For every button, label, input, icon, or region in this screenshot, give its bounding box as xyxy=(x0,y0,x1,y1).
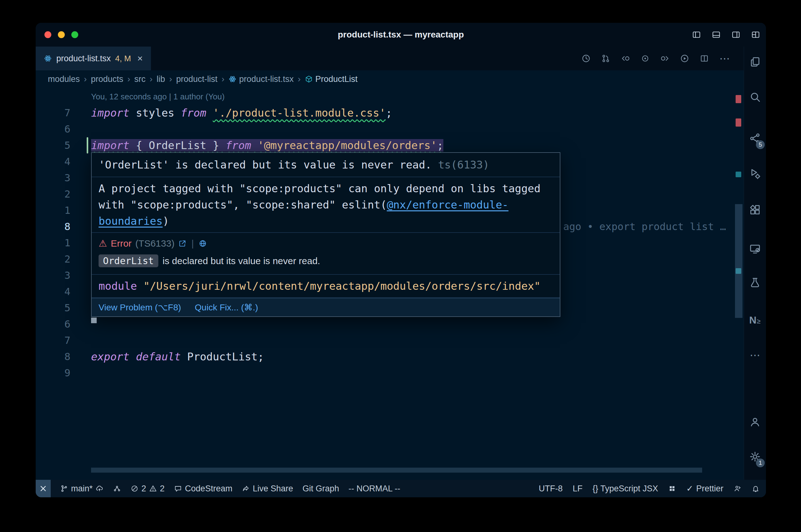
explorer-copy-files-icon[interactable] xyxy=(749,56,761,68)
code-viewport[interactable]: 7 6 5 4 3 2 1 8 1 2 3 4 5 6 7 8 9 You, 1… xyxy=(36,88,744,480)
live-share-status[interactable]: Live Share xyxy=(242,484,293,494)
git-compare-icon[interactable] xyxy=(601,54,611,63)
hover-diagnostic-popup: 'OrderList' is declared but its value is… xyxy=(91,152,560,317)
record-circle-icon[interactable] xyxy=(640,54,650,63)
activity-bar: 5 N≥ ⋯ 1 xyxy=(744,46,766,480)
more-views-icon[interactable]: ⋯ xyxy=(750,350,760,360)
grid-status-icon[interactable] xyxy=(668,484,676,493)
git-branch-status[interactable]: main* xyxy=(60,484,104,494)
line-number[interactable]: 4 xyxy=(41,284,70,300)
line-number[interactable]: 3 xyxy=(41,170,70,186)
remote-explorer-icon[interactable] xyxy=(749,243,761,255)
line-number[interactable]: 7 xyxy=(41,105,70,121)
code-line-import-orderlist[interactable]: import { OrderList } from '@myreactapp/m… xyxy=(91,137,443,153)
warning-count: 2 xyxy=(160,484,165,494)
breadcrumb-item-src[interactable]: src xyxy=(134,74,145,84)
extensions-icon[interactable] xyxy=(749,204,761,216)
current-line-number[interactable]: 8 xyxy=(41,218,70,235)
chevron-right-icon: › xyxy=(169,74,172,84)
symbol-description: is declared but its value is never read. xyxy=(163,256,321,266)
nav-back-circle-icon[interactable] xyxy=(621,54,630,63)
title-bar: product-list.tsx — myreactapp xyxy=(36,23,766,46)
view-problem-link[interactable]: View Problem (⌥F8) xyxy=(98,302,181,312)
react-file-icon xyxy=(229,75,237,83)
notifications-bell-icon[interactable] xyxy=(751,484,760,493)
open-external-icon[interactable] xyxy=(178,240,186,248)
vscode-window: product-list.tsx — myreactapp product xyxy=(36,23,766,497)
tab-strip: product-list.tsx 4, M × ⋯ xyxy=(36,46,744,70)
customize-layout-icon[interactable] xyxy=(751,30,760,39)
encoding-status[interactable]: UTF-8 xyxy=(539,484,563,494)
run-gear-icon[interactable] xyxy=(749,167,761,180)
account-icon[interactable] xyxy=(749,416,761,428)
live-share-session-icon[interactable] xyxy=(733,484,742,493)
share-arrow-icon xyxy=(242,484,250,493)
line-number[interactable]: 9 xyxy=(41,365,70,381)
more-actions-icon[interactable]: ⋯ xyxy=(719,54,730,63)
line-number[interactable]: 4 xyxy=(41,153,70,170)
remote-indicator-button[interactable] xyxy=(36,480,51,497)
line-number[interactable]: 2 xyxy=(41,186,70,202)
run-file-icon[interactable] xyxy=(680,54,689,63)
breadcrumb-item-modules[interactable]: modules xyxy=(48,74,80,84)
breadcrumb-item-lib[interactable]: lib xyxy=(157,74,165,84)
line-number[interactable]: 1 xyxy=(41,202,70,218)
overview-ruler-error-mark xyxy=(735,95,741,103)
testing-flask-icon[interactable] xyxy=(749,276,761,289)
breadcrumb-item-products[interactable]: products xyxy=(91,74,123,84)
toggle-primary-sidebar-icon[interactable] xyxy=(692,30,701,39)
nav-forward-circle-icon[interactable] xyxy=(660,54,670,63)
tab-label: product-list.tsx xyxy=(56,54,111,63)
error-label: Error xyxy=(111,238,132,249)
line-number[interactable]: 3 xyxy=(41,267,70,284)
comment-bubble-icon xyxy=(174,484,182,493)
git-graph-status-icon[interactable] xyxy=(113,484,121,493)
quick-fix-link[interactable]: Quick Fix... (⌘.) xyxy=(195,302,258,312)
language-mode-status[interactable]: {} TypeScript JSX xyxy=(593,484,658,494)
vertical-scrollbar[interactable] xyxy=(735,204,743,318)
horizontal-scrollbar[interactable] xyxy=(91,468,702,473)
editor-area: product-list.tsx 4, M × ⋯ modules xyxy=(36,46,744,480)
codestream-status[interactable]: CodeStream xyxy=(174,484,233,494)
window-title: product-list.tsx — myreactapp xyxy=(36,23,766,46)
vim-mode-status[interactable]: -- NORMAL -- xyxy=(349,484,400,494)
settings-badge: 1 xyxy=(756,459,765,467)
git-graph-status[interactable]: Git Graph xyxy=(303,484,339,494)
line-number[interactable]: 2 xyxy=(41,251,70,267)
problems-status[interactable]: 2 2 xyxy=(130,484,165,494)
toggle-secondary-sidebar-icon[interactable] xyxy=(731,30,741,39)
line-number[interactable]: 5 xyxy=(41,137,70,153)
crossed-tools-icon xyxy=(39,484,47,493)
gitlens-authors-lens[interactable]: You, 12 seconds ago | 1 author (You) xyxy=(91,89,225,105)
tab-product-list[interactable]: product-list.tsx 4, M × xyxy=(36,46,151,70)
code-line-export-default[interactable]: export default ProductList; xyxy=(91,348,264,365)
line-number[interactable]: 7 xyxy=(41,332,70,348)
popup-resize-grip[interactable] xyxy=(91,318,97,323)
overview-ruler-error-mark xyxy=(735,118,741,127)
line-number[interactable]: 6 xyxy=(41,121,70,137)
line-number[interactable]: 8 xyxy=(41,348,70,365)
globe-docs-icon[interactable] xyxy=(199,240,207,248)
error-header-row: ⚠ Error(TS6133) | xyxy=(92,233,560,251)
timeline-history-icon[interactable] xyxy=(581,54,591,63)
eol-status[interactable]: LF xyxy=(572,484,583,494)
split-editor-icon[interactable] xyxy=(699,54,709,63)
react-file-icon xyxy=(44,54,52,62)
main-row: product-list.tsx 4, M × ⋯ modules xyxy=(36,46,766,480)
line-number[interactable]: 1 xyxy=(41,235,70,251)
code-line-import-styles[interactable]: import styles from './product-list.modul… xyxy=(91,105,392,121)
nx-console-icon[interactable]: N≥ xyxy=(749,315,761,326)
toggle-panel-icon[interactable] xyxy=(711,30,721,39)
editor-actions: ⋯ xyxy=(581,46,744,70)
line-number[interactable]: 6 xyxy=(41,316,70,332)
search-icon[interactable] xyxy=(749,91,761,103)
breadcrumb-symbol[interactable]: ProductList xyxy=(305,74,358,84)
line-number[interactable]: 5 xyxy=(41,300,70,316)
breadcrumb-item-product-list[interactable]: product-list xyxy=(176,74,217,84)
chevron-right-icon: › xyxy=(221,74,224,84)
breadcrumb-file[interactable]: product-list.tsx xyxy=(229,74,293,84)
close-tab-icon[interactable]: × xyxy=(135,53,143,64)
warning-triangle-icon: ⚠ xyxy=(98,238,107,249)
prettier-status[interactable]: ✓ Prettier xyxy=(686,483,723,494)
diagnostic-code: ts(6133) xyxy=(438,158,489,171)
